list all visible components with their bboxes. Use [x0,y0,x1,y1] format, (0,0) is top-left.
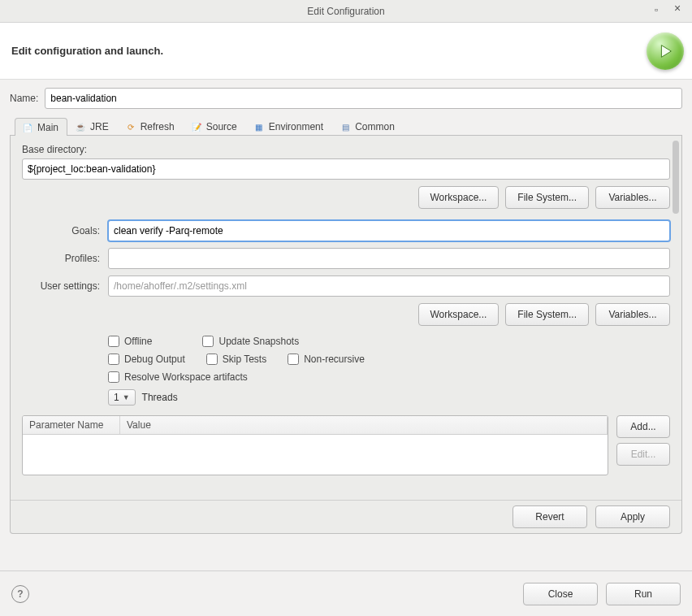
main-tab-icon: 📄 [22,122,33,133]
variables-button[interactable]: Variables... [595,186,670,209]
profiles-input[interactable] [108,248,670,269]
tab-source[interactable]: 📝 Source [184,117,246,135]
titlebar: Edit Configuration ▫ × [0,0,692,23]
workspace-button-2[interactable]: Workspace... [418,303,500,326]
parameter-header: Parameter Name Value [23,416,608,435]
base-directory-label: Base directory: [22,144,670,155]
tab-environment[interactable]: ▦ Environment [246,117,332,135]
col-value[interactable]: Value [120,416,608,434]
user-settings-input[interactable] [108,275,670,297]
base-directory-input[interactable] [22,158,670,180]
filesystem-button-2[interactable]: File System... [505,303,589,326]
common-tab-icon: ▤ [340,121,351,132]
window-title: Edit Configuration [307,6,384,17]
add-button[interactable]: Add... [616,415,670,438]
banner: Edit configuration and launch. [0,23,692,80]
name-input[interactable] [45,88,682,109]
filesystem-button[interactable]: File System... [505,186,589,209]
dialog-footer: ? Close Run [0,570,692,616]
refresh-tab-icon: ⟳ [125,121,136,132]
checkbox-block: Offline Update Snapshots Debug Output Sk… [108,336,670,406]
base-dir-buttons: Workspace... File System... Variables... [22,186,670,209]
name-label: Name: [10,93,38,104]
offline-checkbox[interactable]: Offline [108,336,152,347]
user-settings-label: User settings: [22,280,100,292]
run-icon [647,33,684,70]
scrollbar[interactable] [673,141,679,214]
skip-tests-checkbox[interactable]: Skip Tests [206,354,266,365]
main-area: Name: 📄 Main ☕ JRE ⟳ Refresh 📝 Source ▦ … [0,80,692,534]
apply-button[interactable]: Apply [595,505,670,528]
edit-button[interactable]: Edit... [616,443,670,466]
tab-bottom-buttons: Revert Apply [11,500,681,528]
parameter-side-buttons: Add... Edit... [616,415,670,466]
resolve-workspace-checkbox[interactable]: Resolve Workspace artifacts [108,371,248,383]
source-tab-icon: 📝 [191,121,202,132]
threads-label: Threads [142,392,178,403]
tab-common[interactable]: ▤ Common [332,117,404,135]
variables-button-2[interactable]: Variables... [595,303,670,326]
debug-output-checkbox[interactable]: Debug Output [108,354,185,365]
run-button[interactable]: Run [606,583,681,605]
tab-label: JRE [90,121,109,132]
non-recursive-checkbox[interactable]: Non-recursive [288,354,365,365]
tab-jre[interactable]: ☕ JRE [67,117,118,135]
parameter-area: Parameter Name Value Add... Edit... [22,415,670,475]
close-icon[interactable]: × [674,4,682,12]
environment-tab-icon: ▦ [253,121,265,132]
footer-buttons: Close Run [523,583,681,605]
workspace-button[interactable]: Workspace... [418,186,500,209]
threads-spinner[interactable]: 1 ▼ [108,389,136,406]
tab-refresh[interactable]: ⟳ Refresh [118,117,184,135]
tab-label: Source [206,121,237,132]
tab-label: Environment [269,121,323,132]
profiles-label: Profiles: [22,253,100,264]
form-grid: Goals: Profiles: User settings: [22,220,670,297]
tab-label: Common [355,121,395,132]
user-settings-buttons: Workspace... File System... Variables... [22,303,670,326]
revert-button[interactable]: Revert [513,505,587,528]
name-row: Name: [10,88,682,109]
tab-row: 📄 Main ☕ JRE ⟳ Refresh 📝 Source ▦ Enviro… [10,117,682,136]
close-button[interactable]: Close [523,583,598,605]
goals-label: Goals: [22,225,100,236]
parameter-table[interactable]: Parameter Name Value [22,415,608,475]
jre-tab-icon: ☕ [75,121,86,132]
threads-row: 1 ▼ Threads [108,389,670,406]
goals-input[interactable] [108,220,670,241]
tab-panel: Base directory: Workspace... File System… [10,136,682,534]
main-tab-content: Base directory: Workspace... File System… [11,136,681,500]
svg-marker-0 [661,45,671,57]
tab-main[interactable]: 📄 Main [15,118,67,136]
update-snapshots-checkbox[interactable]: Update Snapshots [202,336,299,347]
banner-heading: Edit configuration and launch. [8,45,163,57]
minimize-icon[interactable]: ▫ [655,4,663,12]
col-parameter-name[interactable]: Parameter Name [23,416,120,434]
tab-label: Refresh [141,121,175,132]
tab-label: Main [37,122,58,133]
chevron-down-icon: ▼ [123,393,130,401]
help-icon[interactable]: ? [11,585,29,603]
